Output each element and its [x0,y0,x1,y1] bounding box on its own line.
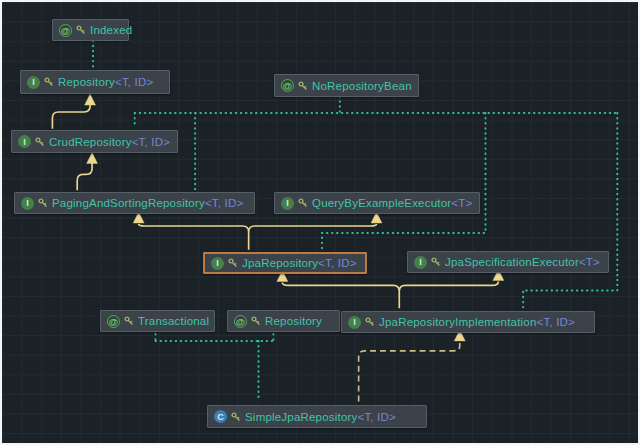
annotation-icon: @ [281,79,294,92]
interface-icon: I [27,76,40,89]
key-icon [228,258,238,268]
node-label: NoRepositoryBean [312,80,412,92]
interface-icon: I [348,316,361,329]
node-label: Repository [58,76,115,88]
node-generic-params: <T> [579,256,600,268]
node-repository-annotation[interactable]: @Repository [227,310,340,332]
key-icon [124,316,134,326]
node-jpa-specification-executor[interactable]: IJpaSpecificationExecutor<T> [407,251,609,273]
node-paging-and-sorting-repository[interactable]: IPagingAndSortingRepository<T, ID> [14,192,255,214]
key-icon [35,137,45,147]
annotation-icon: @ [107,315,120,328]
node-query-by-example-executor[interactable]: IQueryByExampleExecutor<T> [274,192,480,214]
node-transactional[interactable]: @Transactional [100,310,215,332]
key-icon [431,257,441,267]
arrowhead-paging-extends-crud [87,153,98,164]
node-indexed[interactable]: @Indexed [52,19,129,41]
node-label: JpaSpecificationExecutor [445,256,579,268]
key-icon [76,25,86,35]
edge-paging-extends-crud [77,163,92,191]
node-label: Transactional [138,315,209,327]
interface-icon: I [21,197,34,210]
interface-icon: I [414,256,427,269]
key-icon [365,317,375,327]
annotation-icon: @ [59,24,72,37]
node-label: PagingAndSortingRepository [52,197,205,209]
class-icon: C [214,410,227,423]
annotation-icon: @ [234,315,247,328]
node-generic-params: <T, ID> [357,411,395,423]
diagram-canvas[interactable]: @IndexedIRepository<T, ID>@NoRepositoryB… [2,2,638,443]
node-label: JpaRepositoryImplementation [379,316,537,328]
key-icon [231,412,241,422]
node-generic-params: <T, ID> [115,76,153,88]
interface-icon: I [18,135,31,148]
node-label: QueryByExampleExecutor [312,197,451,209]
edge-jpa-extends-paging-and-qbe [139,224,377,250]
node-simple-jpa-repository[interactable]: CSimpleJpaRepository<T, ID> [207,405,427,428]
arrowhead-crud-extends-repository [85,94,96,105]
edge-jpaimpl-extends-jpa-and-spec [282,281,498,308]
key-icon [44,77,54,87]
node-generic-params: <T> [451,197,472,209]
key-icon [38,198,48,208]
node-label: CrudRepository [49,136,132,148]
node-repository[interactable]: IRepository<T, ID> [20,70,170,94]
key-icon [298,198,308,208]
diagram-window: @IndexedIRepository<T, ID>@NoRepositoryB… [0,0,640,445]
interface-icon: I [281,197,294,210]
node-generic-params: <T, ID> [132,136,170,148]
node-label: Repository [265,315,322,327]
node-label: JpaRepository [242,257,318,269]
node-jpa-repository-implementation[interactable]: IJpaRepositoryImplementation<T, ID> [341,311,595,333]
node-label: Indexed [90,24,132,36]
node-generic-params: <T, ID> [537,316,575,328]
edge-transactional-repository-applied-to-simple [155,329,273,400]
node-generic-params: <T, ID> [318,257,356,269]
node-crud-repository[interactable]: ICrudRepository<T, ID> [11,130,178,153]
edge-simple-implements-jpaimpl [359,341,460,401]
node-jpa-repository[interactable]: IJpaRepository<T, ID> [203,252,367,274]
edges-layer [2,2,638,443]
key-icon [298,81,308,91]
node-generic-params: <T, ID> [205,197,243,209]
node-no-repository-bean[interactable]: @NoRepositoryBean [274,74,419,97]
interface-icon: I [211,257,224,270]
node-label: SimpleJpaRepository [245,411,357,423]
edge-crud-extends-repository [52,104,90,129]
key-icon [251,316,261,326]
